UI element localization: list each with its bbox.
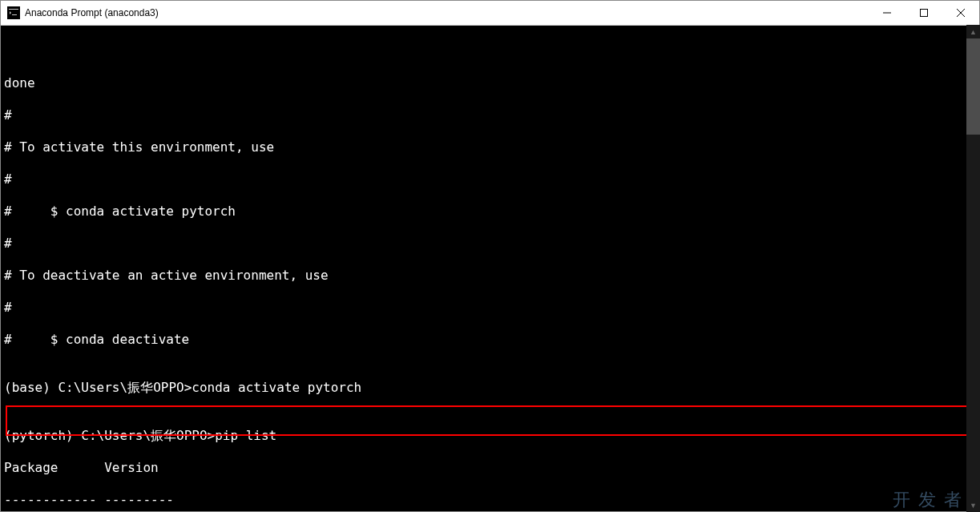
window-title: Anaconda Prompt (anaconda3) xyxy=(25,7,869,18)
watermark-text: 开 发 者 xyxy=(893,492,963,508)
scroll-up-icon[interactable]: ▲ xyxy=(966,25,980,38)
terminal-line: # $ conda deactivate xyxy=(4,332,976,348)
terminal-area[interactable]: done # # To activate this environment, u… xyxy=(1,26,979,511)
titlebar[interactable]: Anaconda Prompt (anaconda3) xyxy=(1,1,979,26)
close-button[interactable] xyxy=(942,1,979,25)
terminal-line: # xyxy=(4,107,976,123)
terminal-content: done # # To activate this environment, u… xyxy=(4,59,976,511)
scrollbar-thumb[interactable] xyxy=(966,38,980,135)
maximize-button[interactable] xyxy=(905,1,942,25)
terminal-line: # To deactivate an active environment, u… xyxy=(4,268,976,284)
terminal-line: # xyxy=(4,236,976,252)
app-icon xyxy=(7,6,20,19)
terminal-line: done xyxy=(4,75,976,91)
terminal-line: (base) C:\Users\振华OPPO>conda activate py… xyxy=(4,380,976,396)
svg-rect-4 xyxy=(921,10,928,17)
terminal-line: # xyxy=(4,300,976,316)
scroll-down-icon[interactable]: ▼ xyxy=(966,498,980,512)
terminal-line: # $ conda activate pytorch xyxy=(4,204,976,220)
svg-rect-0 xyxy=(7,6,20,19)
terminal-line: ------------ --------- xyxy=(4,492,976,508)
minimize-button[interactable] xyxy=(869,1,905,25)
vertical-scrollbar[interactable]: ▲ ▼ xyxy=(966,25,980,512)
terminal-line: # To activate this environment, use xyxy=(4,139,976,155)
terminal-line: Package Version xyxy=(4,460,976,476)
window-controls xyxy=(869,1,979,25)
terminal-line: # xyxy=(4,171,976,187)
svg-rect-2 xyxy=(12,14,17,15)
svg-rect-1 xyxy=(9,9,18,10)
terminal-window: Anaconda Prompt (anaconda3) done # # To … xyxy=(0,0,980,512)
terminal-line: (pytorch) C:\Users\振华OPPO>pip list xyxy=(4,428,976,444)
